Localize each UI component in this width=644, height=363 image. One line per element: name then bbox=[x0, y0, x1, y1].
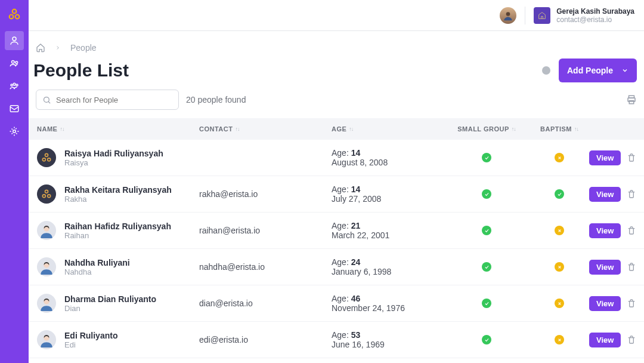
page-title: People List bbox=[33, 60, 129, 81]
trash-icon[interactable] bbox=[627, 262, 636, 272]
person-full-name: Rakha Keitara Ruliyansyah bbox=[64, 185, 172, 195]
status-green-icon bbox=[482, 335, 491, 344]
search-input[interactable] bbox=[56, 96, 172, 104]
svg-point-16 bbox=[45, 153, 48, 156]
svg-point-0 bbox=[13, 10, 17, 14]
status-green-icon bbox=[482, 189, 491, 199]
col-header-contact[interactable]: CONTACT↑↓ bbox=[199, 125, 332, 133]
person-nickname: Nahdha bbox=[64, 267, 130, 276]
org-text: Gereja Kasih Surabaya contact@erista.io bbox=[556, 7, 634, 24]
svg-point-20 bbox=[42, 195, 45, 198]
person-full-name: Edi Ruliyanto bbox=[64, 331, 117, 340]
svg-point-2 bbox=[16, 15, 20, 19]
col-header-age[interactable]: AGE↑↓ bbox=[332, 125, 444, 133]
search-row: 20 people found bbox=[29, 87, 644, 118]
person-baptism bbox=[530, 153, 589, 162]
sidebar-item-settings[interactable] bbox=[5, 122, 24, 141]
table-row: Raisya Hadi RuliyansyahRaisyaAge: 14Augu… bbox=[29, 140, 644, 176]
status-green-icon bbox=[555, 189, 564, 199]
view-button[interactable]: View bbox=[589, 187, 621, 202]
svg-rect-9 bbox=[10, 106, 18, 112]
svg-point-4 bbox=[12, 61, 15, 64]
person-avatar bbox=[37, 294, 56, 313]
sidebar-item-people[interactable] bbox=[5, 31, 24, 50]
person-baptism bbox=[530, 299, 589, 308]
person-contact: nahdha@erista.io bbox=[199, 262, 332, 272]
sort-icon: ↑↓ bbox=[574, 127, 578, 132]
org-logo-icon bbox=[534, 7, 550, 24]
svg-point-8 bbox=[16, 84, 18, 86]
view-button[interactable]: View bbox=[589, 150, 621, 165]
found-count: 20 people found bbox=[186, 95, 246, 104]
svg-point-7 bbox=[11, 84, 13, 86]
sidebar-item-groups[interactable] bbox=[5, 54, 24, 73]
svg-point-18 bbox=[48, 158, 51, 161]
view-button[interactable]: View bbox=[589, 333, 621, 347]
person-small-group bbox=[444, 226, 530, 235]
topbar-divider bbox=[525, 7, 525, 24]
person-full-name: Nahdha Ruliyani bbox=[64, 258, 130, 267]
person-nickname: Rakha bbox=[64, 195, 172, 204]
person-baptism bbox=[530, 189, 589, 199]
table-row: Raihan Hafidz RuliyansyahRaihanraihan@er… bbox=[29, 213, 644, 249]
table-row: Nishrina Aliyyah Hardiaw...Age: 13 bbox=[29, 358, 644, 363]
col-header-baptism[interactable]: BAPTISM↑↓ bbox=[530, 125, 589, 133]
trash-icon[interactable] bbox=[627, 189, 636, 199]
chevron-down-icon bbox=[621, 67, 628, 74]
status-yellow-icon bbox=[555, 153, 564, 162]
person-avatar bbox=[37, 184, 56, 204]
org-block[interactable]: Gereja Kasih Surabaya contact@erista.io bbox=[534, 7, 634, 24]
view-button[interactable]: View bbox=[589, 223, 621, 238]
trash-icon[interactable] bbox=[627, 153, 636, 162]
svg-point-12 bbox=[44, 97, 49, 102]
person-baptism bbox=[530, 262, 589, 272]
org-name: Gereja Kasih Surabaya bbox=[556, 7, 634, 16]
person-baptism bbox=[530, 335, 589, 344]
col-header-name[interactable]: NAME↑↓ bbox=[37, 125, 199, 133]
status-yellow-icon bbox=[555, 299, 564, 308]
print-icon[interactable] bbox=[626, 94, 637, 105]
svg-point-5 bbox=[16, 61, 18, 64]
breadcrumb: People bbox=[29, 31, 644, 55]
sort-icon: ↑↓ bbox=[60, 127, 64, 132]
person-avatar bbox=[37, 330, 56, 349]
status-yellow-icon bbox=[555, 226, 564, 235]
person-nickname: Dian bbox=[64, 304, 156, 313]
person-age: Age: 14July 27, 2008 bbox=[332, 184, 444, 204]
chevron-right-icon bbox=[55, 45, 61, 51]
sidebar-item-team[interactable] bbox=[5, 76, 24, 96]
sidebar-item-inbox[interactable] bbox=[5, 99, 24, 118]
table-row: Edi RuliyantoEdiedi@erista.ioAge: 53June… bbox=[29, 322, 644, 358]
search-box[interactable] bbox=[36, 90, 179, 110]
trash-icon[interactable] bbox=[627, 226, 636, 235]
status-yellow-icon bbox=[555, 262, 564, 272]
svg-point-3 bbox=[13, 37, 16, 41]
view-button[interactable]: View bbox=[589, 296, 621, 311]
search-icon bbox=[42, 96, 51, 104]
person-small-group bbox=[444, 153, 530, 162]
topbar: Gereja Kasih Surabaya contact@erista.io bbox=[29, 0, 644, 31]
trash-icon[interactable] bbox=[627, 299, 636, 308]
content-area: People People List Add People 20 people … bbox=[29, 31, 644, 363]
view-button[interactable]: View bbox=[589, 260, 621, 275]
person-avatar bbox=[37, 257, 56, 276]
person-small-group bbox=[444, 299, 530, 308]
org-email: contact@erista.io bbox=[556, 16, 634, 24]
person-baptism bbox=[530, 226, 589, 235]
breadcrumb-item[interactable]: People bbox=[70, 43, 97, 53]
add-people-label: Add People bbox=[567, 66, 613, 75]
table-header: NAME↑↓ CONTACT↑↓ AGE↑↓ SMALL GROUP↑↓ BAP… bbox=[29, 118, 644, 140]
status-green-icon bbox=[482, 299, 491, 308]
trash-icon[interactable] bbox=[627, 335, 636, 344]
home-icon[interactable] bbox=[36, 43, 45, 53]
user-avatar[interactable] bbox=[500, 7, 516, 24]
person-nickname: Raisya bbox=[64, 158, 163, 167]
person-contact: rakha@erista.io bbox=[199, 189, 332, 199]
sort-icon: ↑↓ bbox=[512, 127, 516, 132]
col-header-small-group[interactable]: SMALL GROUP↑↓ bbox=[444, 125, 530, 133]
person-nickname: Raihan bbox=[64, 231, 171, 240]
add-people-button[interactable]: Add People bbox=[559, 59, 637, 82]
person-avatar bbox=[37, 148, 56, 167]
person-age: Age: 14August 8, 2008 bbox=[332, 148, 444, 167]
svg-point-1 bbox=[10, 15, 14, 19]
